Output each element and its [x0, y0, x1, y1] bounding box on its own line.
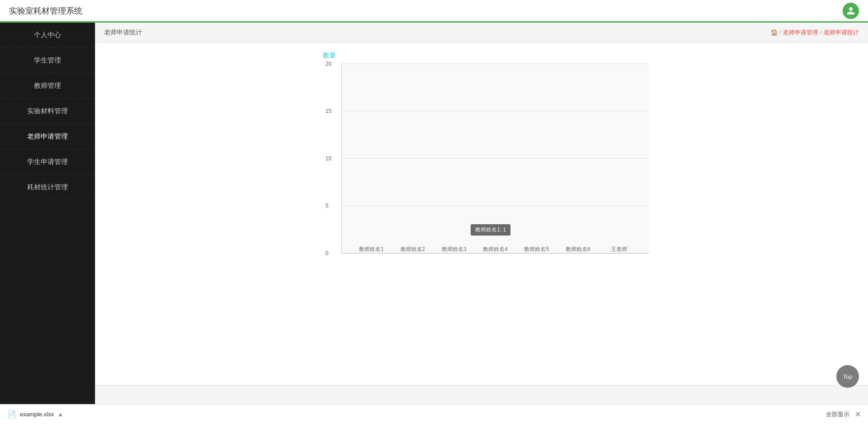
breadcrumb-bar: 老师申请统计 🏠 / 老师申请管理 / 老师申请统计 — [95, 23, 868, 43]
bar-group-2[interactable]: 教师姓名3 — [442, 243, 467, 253]
bar-group-3[interactable]: 教师姓名4 — [483, 243, 508, 253]
download-chevron[interactable]: ▲ — [57, 411, 63, 418]
sidebar-item-teacher-management[interactable]: 教师管理 — [0, 73, 95, 99]
show-all-button[interactable]: 全部显示 — [826, 410, 849, 419]
home-icon[interactable]: 🏠 — [771, 29, 778, 36]
bars-container: 教师姓名1教师姓名2教师姓名3教师姓名4教师姓名5教师姓名6王老师 — [351, 63, 640, 253]
download-close-button[interactable]: ✕ — [855, 410, 861, 419]
bar-group-0[interactable]: 教师姓名1 — [359, 243, 384, 253]
download-file-info: 📄 example.xlsx ▲ — [7, 410, 63, 419]
download-file-name: example.xlsx — [20, 411, 54, 418]
bar-group-6[interactable]: 王老师 — [607, 243, 632, 253]
bar-label-6: 王老师 — [611, 246, 627, 253]
grid-label-20: 20 — [325, 61, 331, 67]
grid-label-5: 5 — [325, 202, 329, 209]
breadcrumb-separator-1: / — [780, 29, 782, 36]
page-title: 老师申请统计 — [104, 29, 142, 37]
breadcrumb: 🏠 / 老师申请管理 / 老师申请统计 — [771, 29, 859, 37]
bar-label-0: 教师姓名1 — [359, 246, 384, 253]
breadcrumb-link-teacher-apply[interactable]: 老师申请管理 — [783, 29, 818, 37]
sidebar-item-consumable-stats-management[interactable]: 耗材统计管理 — [0, 175, 95, 200]
download-bar: 📄 example.xlsx ▲ 全部显示 ✕ — [0, 404, 868, 424]
app-title: 实验室耗材管理系统 — [9, 5, 82, 16]
sidebar-item-personal-center[interactable]: 个人中心 — [0, 23, 95, 48]
bar-group-5[interactable]: 教师姓名6 — [566, 243, 591, 253]
file-icon: 📄 — [7, 410, 16, 419]
chart-container: 数量 0 5 10 15 20 — [323, 52, 640, 254]
bar-label-4: 教师姓名5 — [524, 246, 549, 253]
user-avatar[interactable] — [843, 3, 859, 19]
sidebar-item-teacher-apply-management[interactable]: 老师申请管理 — [0, 124, 95, 149]
content-area: 数量 0 5 10 15 20 — [95, 43, 868, 385]
back-to-top-button[interactable]: Top — [836, 365, 859, 388]
main-layout: 个人中心 学生管理 教师管理 实验材料管理 老师申请管理 学生申请管理 耗材统计… — [0, 23, 868, 404]
bar-label-1: 教师姓名2 — [401, 246, 425, 253]
breadcrumb-link-teacher-stats[interactable]: 老师申请统计 — [824, 29, 859, 37]
breadcrumb-separator-2: / — [820, 29, 822, 36]
bar-group-1[interactable]: 教师姓名2 — [400, 243, 425, 253]
chart-y-label[interactable]: 数量 — [323, 52, 640, 60]
chart-area: 0 5 10 15 20 教师姓名1教师 — [341, 63, 649, 254]
sidebar-item-material-management[interactable]: 实验材料管理 — [0, 99, 95, 124]
bar-label-2: 教师姓名3 — [442, 246, 467, 253]
bar-label-5: 教师姓名6 — [566, 246, 591, 253]
grid-label-15: 15 — [325, 108, 331, 114]
app-header: 实验室耗材管理系统 — [0, 0, 868, 23]
top-label: Top — [843, 373, 853, 380]
sidebar-item-student-apply-management[interactable]: 学生申请管理 — [0, 149, 95, 175]
bar-label-3: 教师姓名4 — [483, 246, 508, 253]
sidebar-item-student-management[interactable]: 学生管理 — [0, 48, 95, 73]
grid-label-0: 0 — [325, 250, 329, 256]
bar-group-4[interactable]: 教师姓名5 — [524, 243, 549, 253]
grid-label-10: 10 — [325, 155, 331, 162]
download-actions: 全部显示 ✕ — [826, 410, 861, 419]
main-content: 老师申请统计 🏠 / 老师申请管理 / 老师申请统计 数量 0 5 — [95, 23, 868, 404]
sidebar: 个人中心 学生管理 教师管理 实验材料管理 老师申请管理 学生申请管理 耗材统计… — [0, 23, 95, 404]
bottom-bar — [95, 385, 868, 404]
